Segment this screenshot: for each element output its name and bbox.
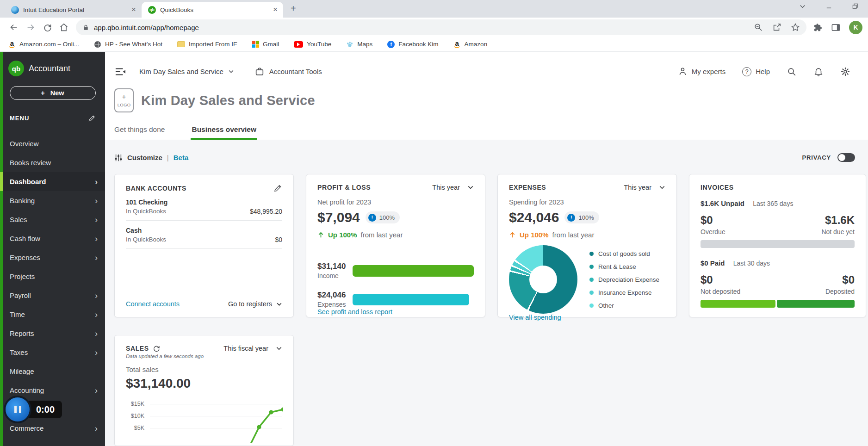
legend-item: Cost of goods sold	[589, 250, 659, 257]
bookmark-facebook-kim[interactable]: f Facebook Kim	[387, 41, 438, 48]
bookmark-amazon-online[interactable]: a Amazon.com – Onli...	[8, 40, 79, 48]
period-dropdown[interactable]: This year	[432, 184, 474, 191]
income-bar	[353, 265, 474, 277]
tab-business-overview[interactable]: Business overview	[192, 125, 256, 140]
bookmark-hp[interactable]: HP - See What's Hot	[94, 41, 162, 48]
legend-dot	[589, 278, 594, 282]
chevron-right-icon: ›	[95, 424, 98, 433]
sidebar-item-books-review[interactable]: Books review	[0, 153, 105, 172]
home-icon[interactable]	[56, 19, 72, 36]
percent-badge: ! 100%	[366, 211, 400, 223]
help-button[interactable]: ? Help	[742, 67, 770, 76]
sidebar-item-time[interactable]: Time›	[0, 305, 105, 324]
browser-tab-quickbooks[interactable]: qb QuickBooks ×	[142, 2, 283, 18]
url-bar[interactable]: app.qbo.intuit.com/app/homepage	[76, 19, 806, 35]
globe-icon	[94, 41, 101, 48]
amazon-icon: a	[453, 40, 461, 48]
unpaid-total: $1.6K Unpaid	[701, 199, 744, 207]
paid-invoices-bar	[701, 300, 855, 308]
sidebar-item-taxes[interactable]: Taxes›	[0, 343, 105, 362]
account-balance: $48,995.20	[250, 208, 282, 215]
sidebar-item-reports[interactable]: Reports›	[0, 324, 105, 343]
bookmark-label: YouTube	[307, 41, 331, 48]
sidebar-item-accounting[interactable]: Accounting›	[0, 381, 105, 400]
collapse-menu-icon[interactable]	[114, 67, 126, 77]
menu-label: MENU	[10, 115, 29, 122]
legend-dot	[589, 291, 594, 295]
window-menu-chevron-icon[interactable]	[799, 3, 806, 10]
bookmark-amazon[interactable]: a Amazon	[453, 40, 488, 48]
reload-icon[interactable]	[39, 19, 56, 36]
window-minimize-icon[interactable]	[825, 3, 832, 10]
card-title: EXPENSES	[509, 184, 546, 191]
sales-trend-line	[150, 398, 283, 443]
tab-close-icon[interactable]: ×	[130, 5, 138, 14]
tab-close-icon[interactable]: ×	[271, 5, 279, 14]
bookmark-maps[interactable]: Maps	[346, 41, 372, 48]
sidebar-item-mileage[interactable]: Mileage	[0, 362, 105, 381]
sidebar-item-dashboard[interactable]: Dashboard›	[0, 172, 105, 191]
sidebar-item-payroll[interactable]: Payroll›	[0, 286, 105, 305]
grid-logo-icon	[252, 41, 259, 48]
sidebar-item-commerce[interactable]: Commerce›	[0, 419, 105, 438]
bookmark-youtube[interactable]: YouTube	[294, 41, 331, 48]
legend-item: Rent & Lease	[589, 263, 659, 270]
expenses-donut-chart	[509, 245, 577, 314]
sidebar-item-expenses[interactable]: Expenses›	[0, 248, 105, 267]
amazon-icon: a	[8, 40, 16, 48]
edit-menu-pencil-icon[interactable]	[88, 114, 96, 122]
sidebar-item-sales[interactable]: Sales›	[0, 210, 105, 229]
privacy-toggle[interactable]	[837, 153, 855, 162]
profit-loss-report-link[interactable]: See profit and loss report	[317, 308, 474, 316]
search-icon[interactable]	[787, 67, 797, 77]
accountant-tools-button[interactable]: Accountant Tools	[254, 67, 322, 77]
youtube-icon	[294, 41, 303, 48]
bookmark-imported-from-ie[interactable]: Imported From IE	[177, 41, 237, 48]
sidebar-item-overview[interactable]: Overview	[0, 134, 105, 153]
account-source: In QuickBooks	[126, 236, 166, 243]
sidebar-item-projects[interactable]: Projects	[0, 267, 105, 286]
notifications-bell-icon[interactable]	[813, 67, 824, 77]
new-button[interactable]: + New	[10, 86, 96, 100]
bookmark-gmail[interactable]: Gmail	[252, 41, 279, 48]
sidebar-item-banking[interactable]: Banking›	[0, 191, 105, 210]
window-restore-icon[interactable]	[852, 3, 859, 10]
chevron-right-icon: ›	[95, 197, 98, 205]
sidebar: qb Accountant + New MENU Overview Books …	[0, 52, 105, 446]
tab-get-things-done[interactable]: Get things done	[114, 125, 165, 140]
settings-gear-icon[interactable]	[840, 67, 850, 77]
company-selector[interactable]: Kim Day Sales and Service	[139, 68, 234, 75]
refresh-icon[interactable]	[153, 345, 160, 352]
go-to-registers-dropdown[interactable]: Go to registers	[228, 300, 282, 308]
new-tab-button[interactable]: +	[291, 3, 296, 14]
company-logo-placeholder[interactable]: + LOGO	[114, 88, 134, 112]
help-icon: ?	[742, 67, 751, 76]
card-title: SALES	[126, 345, 149, 352]
view-all-spending-link[interactable]: View all spending	[509, 314, 665, 321]
back-icon[interactable]	[6, 19, 22, 36]
connect-accounts-link[interactable]: Connect accounts	[126, 300, 180, 308]
expenses-bar	[353, 294, 469, 305]
pause-button[interactable]	[6, 397, 30, 421]
browser-profile-avatar[interactable]: K	[849, 21, 862, 34]
side-panel-icon[interactable]	[831, 23, 841, 32]
chevron-right-icon: ›	[95, 254, 98, 262]
bookmark-label: Facebook Kim	[398, 41, 438, 48]
lock-icon	[82, 24, 89, 31]
bank-account-row[interactable]: Cash In QuickBooks $0	[126, 221, 282, 249]
edit-pencil-icon[interactable]	[273, 184, 282, 192]
share-icon[interactable]	[772, 23, 781, 32]
bank-account-row[interactable]: 101 Checking In QuickBooks $48,995.20	[126, 192, 282, 221]
period-dropdown[interactable]: This fiscal year	[223, 345, 282, 352]
browser-tab-intuit-education[interactable]: Intuit Education Portal ×	[5, 2, 142, 18]
my-experts-button[interactable]: My experts	[678, 67, 725, 76]
data-updated-note: Data updated a few seconds ago	[126, 353, 282, 359]
extensions-puzzle-icon[interactable]	[813, 23, 823, 32]
qb-logo-icon: qb	[8, 61, 24, 76]
bookmark-star-icon[interactable]	[791, 23, 800, 32]
period-dropdown[interactable]: This year	[624, 184, 665, 191]
forward-icon[interactable]	[22, 19, 39, 36]
sidebar-item-cash-flow[interactable]: Cash flow›	[0, 229, 105, 248]
zoom-out-icon[interactable]	[754, 23, 763, 32]
customize-button[interactable]: Customize | Beta	[114, 154, 188, 162]
